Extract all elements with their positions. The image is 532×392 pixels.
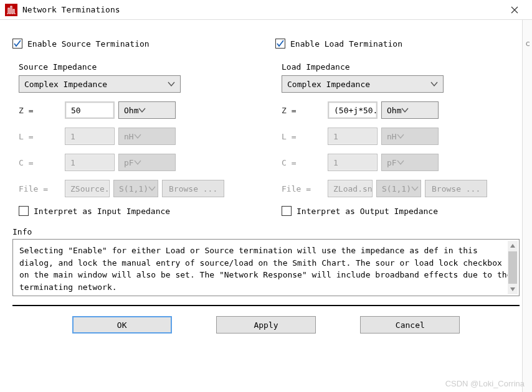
load-l-input: 1 [328,128,378,145]
load-file-label: File = [282,184,324,194]
load-l-label: L = [282,132,324,141]
load-type-select[interactable]: Complex Impedance [282,75,444,93]
close-button[interactable] [502,1,527,19]
load-z-label: Z = [282,106,324,115]
source-c-input: 1 [65,154,115,171]
load-interpret-checkbox[interactable] [282,206,292,216]
source-impedance-label: Source Impedance [19,62,257,72]
load-file-input: ZLoad.sn [328,180,373,197]
source-type-select[interactable]: Complex Impedance [19,75,181,93]
enable-load-label: Enable Load Termination [290,39,402,49]
chevron-down-icon [401,106,409,115]
cancel-button[interactable]: Cancel [360,316,460,334]
chevron-down-icon [430,80,438,89]
chevron-down-icon [134,132,141,141]
source-l-unit-select: nH [118,128,176,145]
chevron-down-icon [138,106,146,115]
right-edge-decoration: c [522,20,532,392]
chevron-down-icon [397,158,404,167]
scroll-up-icon[interactable] [508,241,518,251]
titlebar: Network Terminations [0,0,532,20]
scroll-down-icon[interactable] [508,284,518,294]
app-icon [5,4,17,16]
source-file-param-select: S(1,1) [113,180,158,197]
info-text: Selecting "Enable" for either Load or So… [19,246,512,292]
load-c-input: 1 [328,154,378,171]
info-scrollbar[interactable] [508,241,518,294]
source-file-label: File = [19,184,61,194]
source-interpret-checkbox[interactable] [19,206,29,216]
load-z-unit-select[interactable]: Ohm [381,101,439,119]
source-z-unit-select[interactable]: Ohm [118,101,176,119]
source-z-input[interactable]: 50 [65,101,115,119]
source-browse-button[interactable]: Browse ... [162,180,224,197]
source-c-label: C = [19,158,61,167]
chevron-down-icon [148,184,156,194]
load-impedance-label: Load Impedance [282,62,520,72]
info-textarea[interactable]: Selecting "Enable" for either Load or So… [12,239,520,296]
enable-source-label: Enable Source Termination [27,39,150,49]
enable-load-checkbox[interactable] [275,39,285,49]
source-type-value: Complex Impedance [24,80,107,89]
load-interpret-label: Interpret as Output Impedance [297,207,438,216]
source-z-label: Z = [19,106,61,115]
source-interpret-label: Interpret as Input Impedance [34,207,170,216]
source-l-input: 1 [65,128,115,145]
load-file-param-select: S(1,1) [376,180,421,197]
watermark: CSDN @Loki_Corrina [445,379,525,388]
source-file-input: ZSource. [65,180,110,197]
load-c-label: C = [282,158,324,167]
check-icon [277,40,284,47]
chevron-down-icon [134,158,141,167]
scroll-thumb[interactable] [508,251,517,284]
source-column: Enable Source Termination Source Impedan… [12,31,257,216]
chevron-down-icon [397,132,404,141]
load-type-value: Complex Impedance [287,80,370,89]
dialog-title: Network Terminations [22,5,502,14]
chevron-down-icon [168,80,175,89]
load-column: Enable Load Termination Load Impedance C… [275,31,520,216]
enable-source-checkbox[interactable] [12,39,22,49]
source-l-label: L = [19,132,61,141]
load-c-unit-select: pF [381,154,439,171]
ok-button[interactable]: OK [72,316,172,334]
chevron-down-icon [411,184,419,194]
check-icon [14,40,21,47]
info-label: Info [12,227,520,236]
apply-button[interactable]: Apply [216,316,316,334]
load-z-input[interactable]: (50+j*50. [328,101,378,119]
source-c-unit-select: pF [118,154,176,171]
close-icon [511,6,518,14]
load-l-unit-select: nH [381,128,439,145]
load-browse-button[interactable]: Browse ... [425,180,487,197]
